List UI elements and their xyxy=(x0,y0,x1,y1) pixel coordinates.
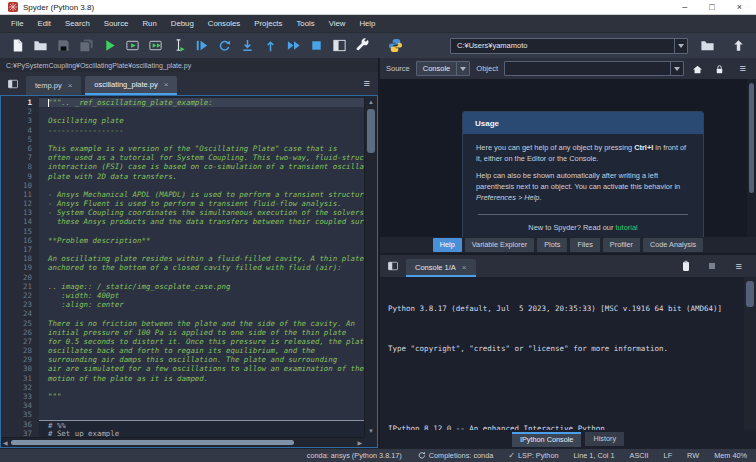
pane-tab[interactable]: Variable Explorer xyxy=(465,238,534,252)
code-line[interactable]: 30air are simulated for a few oscillatio… xyxy=(1,364,364,373)
code-line[interactable]: 20 xyxy=(1,273,364,282)
code-line[interactable]: 5 xyxy=(1,135,364,144)
code-text[interactable]: """ xyxy=(39,392,364,401)
line-number[interactable]: 2 xyxy=(1,107,39,116)
stop-console-button[interactable] xyxy=(706,260,718,272)
menu-item[interactable]: Debug xyxy=(164,15,201,32)
pane-tab[interactable]: Plots xyxy=(537,238,567,252)
line-number[interactable]: 10 xyxy=(1,181,39,190)
console-output[interactable]: Python 3.8.17 (default, Jul 5 2023, 20:3… xyxy=(380,277,744,430)
code-text[interactable]: Oscillating plate xyxy=(39,116,364,125)
line-number[interactable]: 35 xyxy=(1,410,39,419)
stop-debug-button[interactable] xyxy=(305,35,328,57)
code-text[interactable]: often used as a tutorial for System Coup… xyxy=(39,153,364,162)
code-line[interactable]: 15 xyxy=(1,227,364,236)
new-file-button[interactable] xyxy=(6,35,29,57)
code-line[interactable]: 21.. image:: /_static/img_oscplate_case.… xyxy=(1,282,364,291)
code-line[interactable]: 10 xyxy=(1,181,364,190)
scroll-left-icon[interactable]: ◀ xyxy=(3,438,8,448)
code-line[interactable]: 12- Ansys Fluent is used to perform a tr… xyxy=(1,199,364,208)
line-number[interactable]: 26 xyxy=(1,328,39,337)
code-line[interactable]: 3Oscillating plate xyxy=(1,116,364,125)
scrollbar-thumb[interactable] xyxy=(746,281,754,307)
code-text[interactable]: .. image:: /_static/img_oscplate_case.pn… xyxy=(39,282,364,291)
eol-status[interactable]: LF xyxy=(664,451,673,460)
code-line[interactable]: 9plate with 2D data transfers. xyxy=(1,172,364,181)
line-number[interactable]: 33 xyxy=(1,392,39,401)
editor-horizontal-scrollbar[interactable]: ◀ ▶ xyxy=(1,437,364,447)
close-tab-icon[interactable]: × xyxy=(462,263,467,272)
code-text[interactable]: :width: 400pt xyxy=(39,291,364,300)
menu-item[interactable]: Edit xyxy=(31,15,58,32)
lock-button[interactable] xyxy=(712,60,728,78)
menu-item[interactable]: Source xyxy=(97,15,136,32)
line-number[interactable]: 7 xyxy=(1,153,39,162)
run-cell-button[interactable] xyxy=(121,35,144,57)
code-text[interactable]: ----------------- xyxy=(39,126,364,135)
scroll-right-icon[interactable]: ▶ xyxy=(357,438,362,448)
line-number[interactable]: 20 xyxy=(1,273,39,282)
code-text[interactable]: these Ansys products and the data transf… xyxy=(39,217,364,226)
menu-item[interactable]: Search xyxy=(58,15,97,32)
pane-tab[interactable]: Help xyxy=(433,238,462,252)
code-text[interactable] xyxy=(39,107,364,116)
close-button[interactable]: × xyxy=(737,1,742,14)
editor-tab[interactable]: temp.py× xyxy=(26,76,81,95)
code-line[interactable]: 8interaction (FSI) case is based on co-s… xyxy=(1,162,364,171)
code-line[interactable]: 27for 0.5 seconds to distort it. Once th… xyxy=(1,337,364,346)
menu-item[interactable]: Run xyxy=(135,15,163,32)
code-line[interactable]: 17 xyxy=(1,245,364,254)
pane-tab[interactable]: Files xyxy=(570,238,599,252)
close-tab-icon[interactable]: × xyxy=(68,81,73,90)
scrollbar-thumb[interactable] xyxy=(367,109,375,153)
tutorial-link[interactable]: tutorial xyxy=(615,223,637,232)
code-line[interactable]: 24 xyxy=(1,309,364,318)
maximize-button[interactable]: □ xyxy=(709,1,714,14)
code-text[interactable]: - System Coupling coordinates the simult… xyxy=(39,208,364,217)
code-text[interactable]: :align: center xyxy=(39,300,364,309)
code-line[interactable]: 25There is no friction between the plate… xyxy=(1,319,364,328)
code-text[interactable]: oscillates back and forth to regain its … xyxy=(39,346,364,355)
maximize-pane-button[interactable] xyxy=(328,35,351,57)
line-number[interactable]: 14 xyxy=(1,217,39,226)
code-text[interactable]: **Problem description** xyxy=(39,236,364,245)
console-view-tab[interactable]: History xyxy=(585,432,624,446)
help-options-menu[interactable]: ≡ xyxy=(736,63,750,74)
line-number[interactable]: 30 xyxy=(1,364,39,373)
line-number[interactable]: 28 xyxy=(1,346,39,355)
permissions-status[interactable]: RW xyxy=(687,451,699,460)
run-cell-advance-button[interactable] xyxy=(144,35,167,57)
code-text[interactable]: This example is a version of the "Oscill… xyxy=(39,144,364,153)
run-current-line-button[interactable] xyxy=(213,35,236,57)
code-text[interactable]: initial pressure of 100 Pa is applied to… xyxy=(39,328,364,337)
object-combobox-dropdown[interactable] xyxy=(670,62,683,75)
run-selection-button[interactable] xyxy=(167,35,190,57)
code-line[interactable]: 23 :align: center xyxy=(1,300,364,309)
line-number[interactable]: 36 xyxy=(1,420,39,429)
code-line[interactable]: 26initial pressure of 100 Pa is applied … xyxy=(1,328,364,337)
code-line[interactable]: 36# %% xyxy=(1,420,364,429)
line-number[interactable]: 12 xyxy=(1,199,39,208)
editor-options-menu[interactable]: ≡ xyxy=(360,78,374,89)
code-line[interactable]: 4----------------- xyxy=(1,126,364,135)
browse-tabs-button[interactable] xyxy=(4,76,22,92)
line-number[interactable]: 5 xyxy=(1,135,39,144)
code-line[interactable]: 19anchored to the bottom of a closed cav… xyxy=(1,263,364,272)
code-line[interactable]: 37# Set up example xyxy=(1,429,364,437)
memory-status[interactable]: Mem 40% xyxy=(714,451,747,460)
pane-tab[interactable]: Code Analysis xyxy=(643,238,703,252)
code-text[interactable] xyxy=(39,227,364,236)
code-text[interactable] xyxy=(39,383,364,392)
working-directory-value[interactable]: C:¥Users¥yamamoto xyxy=(451,41,674,50)
code-text[interactable]: motion of the plate as it is damped. xyxy=(39,374,364,383)
step-return-button[interactable] xyxy=(259,35,282,57)
menu-item[interactable]: Consoles xyxy=(201,15,248,32)
menu-item[interactable]: Tools xyxy=(289,15,321,32)
editor-tab[interactable]: oscillating_plate.py× xyxy=(85,76,177,95)
code-text[interactable]: anchored to the bottom of a closed cavit… xyxy=(39,263,364,272)
menu-item[interactable]: Projects xyxy=(247,15,289,32)
close-tab-icon[interactable]: × xyxy=(164,80,169,89)
browse-tabs-button[interactable] xyxy=(384,258,402,274)
scroll-down-icon[interactable]: ▼ xyxy=(365,426,377,436)
cursor-position-status[interactable]: Line 1, Col 1 xyxy=(574,451,615,460)
